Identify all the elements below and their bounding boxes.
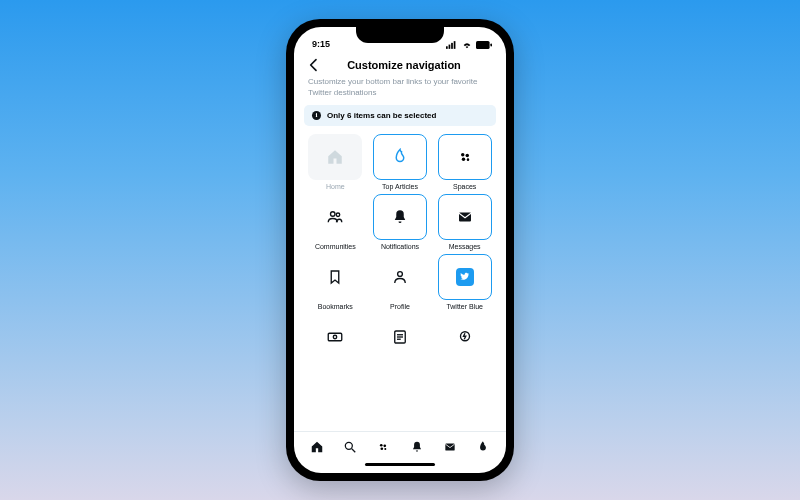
- item-home[interactable]: Home: [306, 134, 365, 190]
- tile: [373, 194, 427, 240]
- svg-point-24: [384, 444, 387, 447]
- item-bookmarks[interactable]: Bookmarks: [306, 254, 365, 310]
- item-label: Profile: [371, 303, 430, 310]
- svg-point-15: [334, 335, 337, 338]
- tab-fire-icon[interactable]: [476, 440, 490, 454]
- item-profile[interactable]: Profile: [371, 254, 430, 310]
- item-label: Bookmarks: [306, 303, 365, 310]
- item-twitter-blue[interactable]: Twitter Blue: [435, 254, 494, 310]
- svg-rect-2: [451, 43, 453, 49]
- moment-icon: [456, 328, 474, 346]
- item-top-articles[interactable]: Top Articles: [371, 134, 430, 190]
- tile: [308, 194, 362, 240]
- tab-bell-icon[interactable]: [410, 440, 424, 454]
- money-icon: [326, 328, 344, 346]
- svg-point-10: [331, 211, 336, 216]
- tile: [438, 194, 492, 240]
- svg-point-26: [385, 448, 387, 450]
- tile: [373, 314, 427, 360]
- svg-point-25: [381, 447, 384, 450]
- tile: [438, 134, 492, 180]
- banner-text: Only 6 items can be selected: [327, 111, 436, 120]
- page-subtitle: Customize your bottom bar links to your …: [294, 77, 506, 105]
- svg-rect-4: [476, 41, 490, 49]
- spaces-icon: [456, 148, 474, 166]
- item-label: Communities: [306, 243, 365, 250]
- envelope-icon: [456, 208, 474, 226]
- svg-rect-12: [459, 212, 471, 221]
- svg-rect-27: [445, 443, 454, 450]
- svg-point-6: [461, 153, 464, 156]
- svg-rect-5: [490, 43, 492, 46]
- tile: [373, 134, 427, 180]
- item-spaces[interactable]: Spaces: [435, 134, 494, 190]
- signal-icon: [446, 41, 458, 49]
- bell-icon: [391, 208, 409, 226]
- item-notifications[interactable]: Notifications: [371, 194, 430, 250]
- screen: 9:15 Customize navigation Customize your…: [294, 27, 506, 473]
- tile: [308, 254, 362, 300]
- item-label: Messages: [435, 243, 494, 250]
- info-banner: i Only 6 items can be selected: [304, 105, 496, 126]
- item-label: Home: [306, 183, 365, 190]
- twitter-blue-icon: [456, 268, 474, 286]
- bookmark-icon: [326, 268, 344, 286]
- item-extra-1[interactable]: [306, 314, 365, 363]
- home-icon: [326, 148, 344, 166]
- tile: [373, 254, 427, 300]
- info-icon: i: [312, 111, 321, 120]
- battery-icon: [476, 41, 492, 49]
- svg-point-21: [345, 442, 352, 449]
- bottom-tab-bar: [294, 431, 506, 461]
- svg-point-8: [461, 157, 464, 160]
- tab-search-icon[interactable]: [343, 440, 357, 454]
- notch: [356, 27, 444, 43]
- svg-rect-14: [329, 333, 343, 341]
- communities-icon: [326, 208, 344, 226]
- item-label: Top Articles: [371, 183, 430, 190]
- svg-point-13: [398, 271, 403, 276]
- item-extra-2[interactable]: [371, 314, 430, 363]
- person-icon: [391, 268, 409, 286]
- tile: [308, 134, 362, 180]
- tile: [438, 314, 492, 360]
- item-extra-3[interactable]: [435, 314, 494, 363]
- tab-envelope-icon[interactable]: [443, 440, 457, 454]
- tab-spaces-icon[interactable]: [376, 440, 390, 454]
- list-icon: [391, 328, 409, 346]
- svg-point-9: [466, 158, 469, 161]
- item-label: Twitter Blue: [435, 303, 494, 310]
- tile: [438, 254, 492, 300]
- wifi-icon: [461, 41, 473, 49]
- nav-grid: Home Top Articles Spaces Communities: [294, 134, 506, 431]
- tile: [308, 314, 362, 360]
- svg-line-22: [352, 448, 356, 452]
- item-communities[interactable]: Communities: [306, 194, 365, 250]
- item-label: Notifications: [371, 243, 430, 250]
- fire-icon: [391, 148, 409, 166]
- tab-home-icon[interactable]: [310, 440, 324, 454]
- svg-point-7: [465, 153, 468, 156]
- page-title: Customize navigation: [314, 59, 494, 71]
- status-indicators: [446, 41, 492, 49]
- item-label: Spaces: [435, 183, 494, 190]
- svg-point-23: [380, 443, 383, 446]
- item-messages[interactable]: Messages: [435, 194, 494, 250]
- status-time: 9:15: [312, 39, 330, 49]
- svg-rect-3: [454, 41, 456, 49]
- phone-frame: 9:15 Customize navigation Customize your…: [286, 19, 514, 481]
- header: Customize navigation: [294, 49, 506, 77]
- home-indicator: [294, 461, 506, 473]
- svg-point-11: [337, 213, 340, 216]
